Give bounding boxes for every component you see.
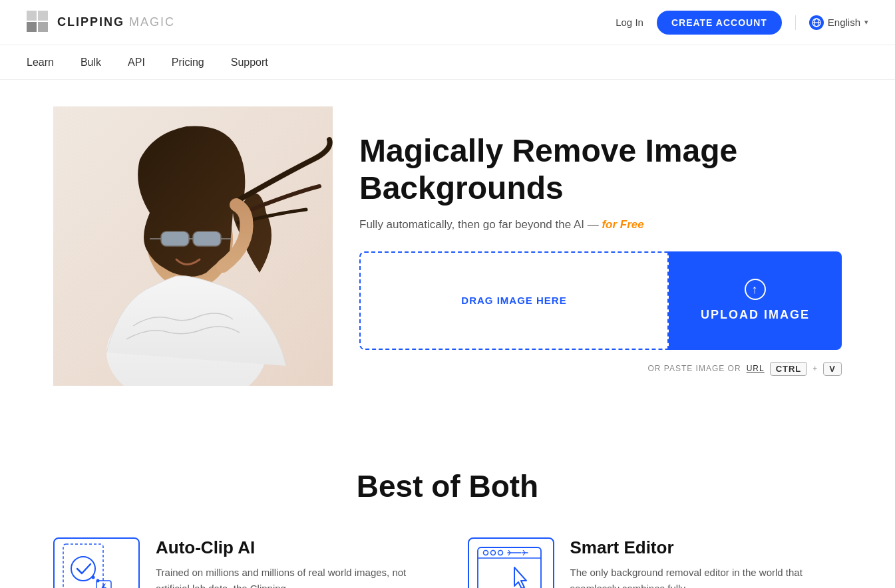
nav-item-learn[interactable]: Learn bbox=[27, 57, 54, 69]
smart-editor-title: Smart Editor bbox=[570, 537, 842, 558]
create-account-button[interactable]: CREATE ACCOUNT bbox=[657, 11, 782, 35]
svg-point-20 bbox=[96, 579, 100, 583]
best-section: Best of Both bbox=[0, 428, 895, 588]
feature-smart-editor: Smart Editor The only background removal… bbox=[468, 537, 842, 588]
ctrl-key-badge: CTRL bbox=[770, 362, 808, 376]
svg-rect-0 bbox=[27, 11, 37, 21]
smart-editor-text: Smart Editor The only background removal… bbox=[570, 537, 842, 588]
hero-subtitle: Fully automatically, then go far beyond … bbox=[359, 218, 842, 231]
upload-arrow-icon: ↑ bbox=[745, 279, 766, 300]
plus-symbol: + bbox=[812, 364, 818, 373]
hero-section: Magically Remove Image Backgrounds Fully… bbox=[0, 80, 895, 428]
svg-rect-12 bbox=[193, 231, 221, 246]
svg-point-19 bbox=[92, 576, 95, 579]
nav-item-api[interactable]: API bbox=[128, 57, 145, 69]
globe-icon bbox=[809, 15, 824, 30]
autoclip-description: Trained on millions and millions of real… bbox=[156, 565, 428, 588]
header-right: Log In CREATE ACCOUNT English ▾ bbox=[616, 11, 868, 35]
hero-content: Magically Remove Image Backgrounds Fully… bbox=[359, 119, 842, 375]
upload-row: DRAG IMAGE HERE ↑ UPLOAD IMAGE bbox=[359, 251, 842, 350]
best-section-title: Best of Both bbox=[53, 468, 842, 504]
svg-rect-11 bbox=[161, 231, 189, 246]
v-key-badge: V bbox=[823, 362, 842, 376]
header: CLIPPING MAGIC Log In CREATE ACCOUNT Eng… bbox=[0, 0, 895, 45]
language-selector[interactable]: English ▾ bbox=[795, 15, 868, 30]
nav: Learn Bulk API Pricing Support bbox=[0, 45, 895, 80]
nav-item-support[interactable]: Support bbox=[231, 57, 268, 69]
upload-label: UPLOAD IMAGE bbox=[701, 308, 810, 322]
paste-row: OR PASTE IMAGE OR URL CTRL + V bbox=[359, 362, 842, 376]
autoclip-icon-box bbox=[53, 537, 140, 588]
svg-rect-2 bbox=[27, 22, 37, 32]
smart-editor-icon bbox=[474, 541, 548, 588]
hero-image-area bbox=[53, 106, 333, 388]
upload-image-button[interactable]: ↑ UPLOAD IMAGE bbox=[669, 251, 842, 350]
hero-subtitle-text: Fully automatically, then go far beyond … bbox=[359, 218, 602, 231]
smart-editor-icon-box bbox=[468, 537, 554, 588]
features-row: Auto-Clip AI Trained on millions and mil… bbox=[53, 537, 842, 588]
drag-drop-area[interactable]: DRAG IMAGE HERE bbox=[359, 251, 669, 350]
svg-point-23 bbox=[483, 551, 488, 555]
drag-area-label: DRAG IMAGE HERE bbox=[461, 295, 566, 306]
autoclip-text: Auto-Clip AI Trained on millions and mil… bbox=[156, 537, 428, 588]
autoclip-title: Auto-Clip AI bbox=[156, 537, 428, 558]
hero-image bbox=[53, 106, 333, 386]
hero-free-text: for Free bbox=[602, 218, 643, 231]
paste-text: OR PASTE IMAGE OR bbox=[647, 364, 741, 373]
hero-title: Magically Remove Image Backgrounds bbox=[359, 132, 842, 206]
logo[interactable]: CLIPPING MAGIC bbox=[27, 11, 175, 35]
language-label: English bbox=[828, 17, 860, 28]
url-link[interactable]: URL bbox=[747, 364, 765, 373]
autoclip-icon bbox=[60, 541, 133, 588]
nav-item-bulk[interactable]: Bulk bbox=[81, 57, 101, 69]
login-link[interactable]: Log In bbox=[616, 17, 643, 28]
svg-rect-3 bbox=[38, 22, 48, 32]
svg-rect-1 bbox=[38, 11, 48, 21]
logo-text: CLIPPING MAGIC bbox=[57, 15, 175, 29]
logo-icon bbox=[27, 11, 51, 35]
smart-editor-description: The only background removal editor in th… bbox=[570, 565, 842, 588]
chevron-down-icon: ▾ bbox=[864, 18, 868, 27]
nav-item-pricing[interactable]: Pricing bbox=[172, 57, 204, 69]
svg-point-24 bbox=[490, 551, 495, 555]
feature-autoclip: Auto-Clip AI Trained on millions and mil… bbox=[53, 537, 428, 588]
svg-point-25 bbox=[498, 551, 502, 555]
